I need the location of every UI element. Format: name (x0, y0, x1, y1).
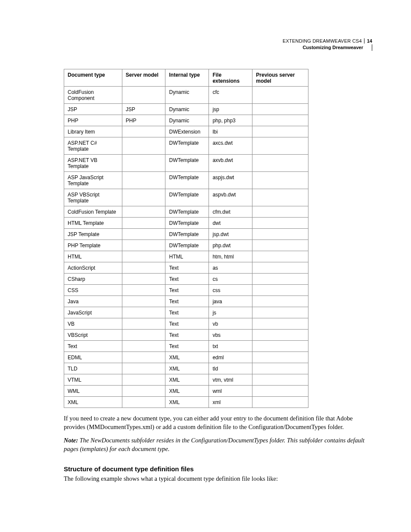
table-cell: ASP JavaScript Template (64, 172, 122, 189)
table-cell: XML (165, 386, 209, 397)
table-cell: php.dwt (209, 240, 252, 251)
table-cell: vb (209, 318, 252, 330)
table-cell: JSP Template (64, 229, 122, 240)
table-cell: edml (209, 352, 252, 363)
table-cell: ASP.NET C# Template (64, 137, 122, 155)
table-row: ActionScriptTextas (64, 262, 308, 274)
section-heading: Structure of document type definition fi… (64, 465, 372, 473)
table-cell (252, 318, 308, 330)
table-cell (252, 137, 308, 155)
table-cell (252, 115, 308, 126)
table-cell: Text (165, 341, 209, 352)
table-cell (252, 262, 308, 274)
col-header: File extensions (209, 69, 252, 87)
document-types-table: Document type Server model Internal type… (64, 69, 308, 408)
table-cell (252, 341, 308, 352)
table-cell (252, 386, 308, 397)
table-cell (122, 363, 165, 374)
table-cell (252, 189, 308, 206)
table-cell: Text (64, 341, 122, 352)
table-row: TextTexttxt (64, 341, 308, 352)
table-cell (122, 172, 165, 189)
table-cell: axcs.dwt (209, 137, 252, 155)
table-cell: aspvb.dwt (209, 189, 252, 206)
table-cell: Dynamic (165, 104, 209, 115)
table-cell: wml (209, 386, 252, 397)
table-cell: DWTemplate (165, 240, 209, 251)
table-cell: tld (209, 363, 252, 374)
table-cell: DWTemplate (165, 229, 209, 240)
table-row: ASP.NET C# TemplateDWTemplateaxcs.dwt (64, 137, 308, 155)
col-header: Internal type (165, 69, 209, 87)
table-cell (252, 296, 308, 307)
table-cell: ASP.NET VB Template (64, 155, 122, 172)
table-cell: DWTemplate (165, 155, 209, 172)
table-cell: aspjs.dwt (209, 172, 252, 189)
table-cell: VBScript (64, 330, 122, 341)
table-cell: ColdFusion Component (64, 87, 122, 104)
table-row: HTML TemplateDWTemplatedwt (64, 218, 308, 229)
table-cell (252, 330, 308, 341)
table-cell (122, 251, 165, 262)
note-label: Note: (64, 437, 78, 444)
note-body: The NewDocuments subfolder resides in th… (64, 437, 364, 452)
table-cell (122, 218, 165, 229)
table-cell: cfc (209, 87, 252, 104)
table-cell: vbs (209, 330, 252, 341)
table-cell (252, 307, 308, 318)
table-cell: Text (165, 318, 209, 330)
table-cell: XML (165, 397, 209, 408)
table-cell (252, 126, 308, 137)
page-content: Document type Server model Internal type… (64, 69, 372, 483)
table-cell: CSharp (64, 274, 122, 285)
table-cell: VB (64, 318, 122, 330)
table-cell: xml (209, 397, 252, 408)
table-cell (122, 296, 165, 307)
header-title: EXTENDING DREAMWEAVER CS4 (283, 38, 362, 44)
table-cell (252, 240, 308, 251)
page-number: 14 (364, 38, 372, 44)
table-row: VBTextvb (64, 318, 308, 330)
table-row: JavaTextjava (64, 296, 308, 307)
table-cell (252, 352, 308, 363)
table-row: ColdFusion TemplateDWTemplatecfm.dwt (64, 206, 308, 218)
table-cell (252, 87, 308, 104)
table-cell (252, 229, 308, 240)
table-row: PHPPHPDynamicphp, php3 (64, 115, 308, 126)
col-header: Previous server model (252, 69, 308, 87)
table-cell (122, 206, 165, 218)
table-row: ColdFusion ComponentDynamiccfc (64, 87, 308, 104)
table-cell: vtm, vtml (209, 374, 252, 386)
table-cell: HTML (64, 251, 122, 262)
table-row: CSharpTextcs (64, 274, 308, 285)
table-cell: php, php3 (209, 115, 252, 126)
table-cell: Text (165, 262, 209, 274)
table-cell (252, 104, 308, 115)
table-row: VTMLXMLvtm, vtml (64, 374, 308, 386)
table-cell: Dynamic (165, 87, 209, 104)
table-cell: XML (165, 363, 209, 374)
table-cell: axvb.dwt (209, 155, 252, 172)
table-cell: DWTemplate (165, 137, 209, 155)
table-cell: cfm.dwt (209, 206, 252, 218)
table-cell (122, 87, 165, 104)
table-row: ASP VBScript TemplateDWTemplateaspvb.dwt (64, 189, 308, 206)
table-row: JavaScriptTextjs (64, 307, 308, 318)
table-cell: PHP Template (64, 240, 122, 251)
table-row: TLDXMLtld (64, 363, 308, 374)
table-cell: ActionScript (64, 262, 122, 274)
table-cell: DWTemplate (165, 172, 209, 189)
table-cell: JSP (64, 104, 122, 115)
table-cell (252, 218, 308, 229)
table-cell: Text (165, 285, 209, 296)
table-cell: PHP (64, 115, 122, 126)
table-cell (252, 397, 308, 408)
col-header: Server model (122, 69, 165, 87)
table-cell: Dynamic (165, 115, 209, 126)
table-cell: jsp (209, 104, 252, 115)
table-cell: js (209, 307, 252, 318)
table-cell: ASP VBScript Template (64, 189, 122, 206)
page: EXTENDING DREAMWEAVER CS414 Customizing … (0, 0, 411, 532)
table-cell: JSP (122, 104, 165, 115)
table-cell: java (209, 296, 252, 307)
